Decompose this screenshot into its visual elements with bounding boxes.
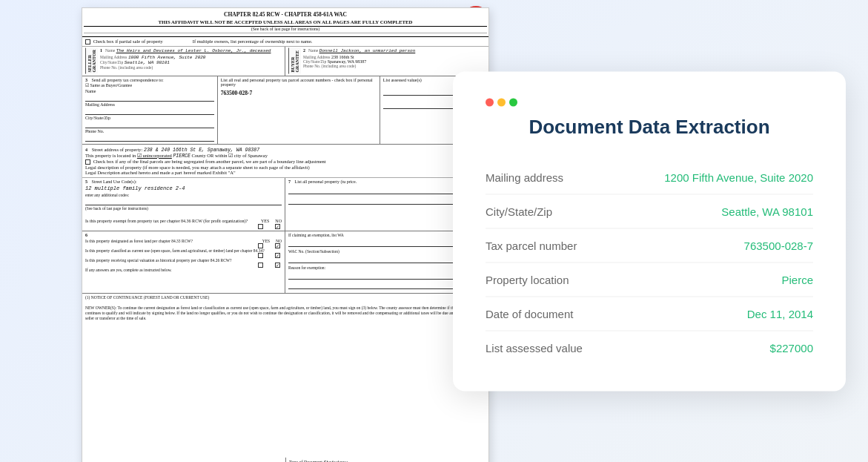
doc-chapter-title: CHAPTER 82.45 RCW - CHAPTER 458-61A WAC — [84, 11, 487, 18]
grantee-cell: BUYERGRANTEE 2Name Donnell Jackson, an u… — [285, 47, 488, 76]
partial-check-row: Check box if partial sale of property If… — [82, 37, 488, 47]
city-state-zip-label: City/State/Zip — [486, 205, 552, 217]
panel-title: Document Data Extraction — [486, 115, 813, 138]
tax-correspondence-cell: 3 Send all property tax correspondence t… — [82, 76, 218, 144]
section-3: 3 Send all property tax correspondence t… — [82, 76, 488, 145]
seller-grantee-grid: SELLERGRANTOR 1Name The Heirs and Devise… — [82, 47, 488, 76]
dot-yellow — [497, 98, 506, 106]
notice-continuance: (1) NOTICE OF CONTINUANCE (FOREST LAND O… — [82, 294, 488, 323]
mailing-address-value: 1200 Fifth Avenue, Suite 2020 — [664, 171, 813, 183]
property-location-value: Pierce — [781, 273, 813, 286]
tax-parcel-value: 763500-028-7 — [744, 239, 813, 251]
partial-checkbox — [85, 39, 90, 44]
grantee-name: Donnell Jackson, an unmarried person — [319, 48, 416, 53]
window-controls — [486, 98, 813, 106]
field-mailing-address: Mailing address 1200 Fifth Avenue, Suite… — [486, 160, 813, 194]
land-use-value: 12 multiple family residence 2-4 — [85, 185, 282, 191]
extraction-panel: Document Data Extraction Mailing address… — [453, 71, 846, 391]
assessed-value-label: List assessed value — [486, 341, 583, 354]
field-property-location: Property location Pierce — [486, 263, 813, 297]
city-state-zip-value: Seattle, WA 98101 — [721, 205, 813, 217]
doc-sub: (See back of last page for instructions) — [84, 27, 487, 33]
date-of-document-value: Dec 11, 2014 — [747, 307, 813, 320]
tax-parcel-label: Tax parcel number — [486, 239, 577, 251]
seller-label: SELLERGRANTOR — [85, 48, 98, 74]
section-6-cell: 6 Is this property designated as forest … — [82, 231, 285, 293]
date-of-document-label: Date of document — [486, 307, 573, 320]
property-location-label: Property location — [486, 273, 569, 286]
document-area: CHAPTER 82.45 RCW - CHAPTER 458-61A WAC … — [59, 0, 497, 462]
land-use-section: 5 Street Land Use Code(s): 12 multiple f… — [82, 178, 488, 231]
street-address-row: 4 Street address of property: 238 & 240 … — [82, 145, 488, 178]
land-use-cell: 5 Street Land Use Code(s): 12 multiple f… — [82, 178, 285, 231]
parcel-number-value: 763500-028-7 — [221, 90, 377, 96]
seller-name: The Heirs and Devisees of Lester L. Osbo… — [116, 48, 271, 53]
partial-check-label: Check box if partial sale of property — [85, 39, 163, 44]
assessed-value-value: $227000 — [770, 341, 813, 354]
section-6-row: 6 Is this property designated as forest … — [82, 231, 488, 294]
dot-green — [509, 98, 517, 106]
seller-cell: SELLERGRANTOR 1Name The Heirs and Devise… — [82, 47, 285, 76]
field-date-of-document: Date of document Dec 11, 2014 — [486, 297, 813, 331]
seller-cityzip: Seattle, WA 98101 — [125, 60, 170, 65]
county-value: PIERCE — [173, 154, 190, 159]
grantee-label: BUYERGRANTEE — [288, 48, 301, 74]
street-address-value: 238 & 240 166th St E, Spanaway, WA 98387 — [144, 148, 259, 153]
main-container: CHAPTER 82.45 RCW - CHAPTER 458-61A WAC … — [0, 0, 868, 462]
multiple-owners-label: If multiple owners, list percentage of o… — [193, 39, 313, 44]
field-tax-parcel: Tax parcel number 763500-028-7 — [486, 228, 813, 263]
doc-warning: THIS AFFIDAVIT WILL NOT BE ACCEPTED UNLE… — [84, 18, 487, 27]
field-list-assessed-value: List assessed value $227000 — [486, 331, 813, 364]
field-city-state-zip: City/State/Zip Seattle, WA 98101 — [486, 194, 813, 228]
dot-red — [486, 98, 494, 106]
parcel-number-cell: List all real and personal property tax … — [218, 76, 380, 144]
mailing-address-label: Mailing address — [486, 171, 563, 183]
seller-mailing: 1800 Fifth Avenue, Suite 2020 — [128, 55, 205, 60]
paper-document: CHAPTER 82.45 RCW - CHAPTER 458-61A WAC … — [82, 7, 489, 462]
type-date-section: Type of Document Statutory Date of Docum… — [285, 458, 488, 462]
